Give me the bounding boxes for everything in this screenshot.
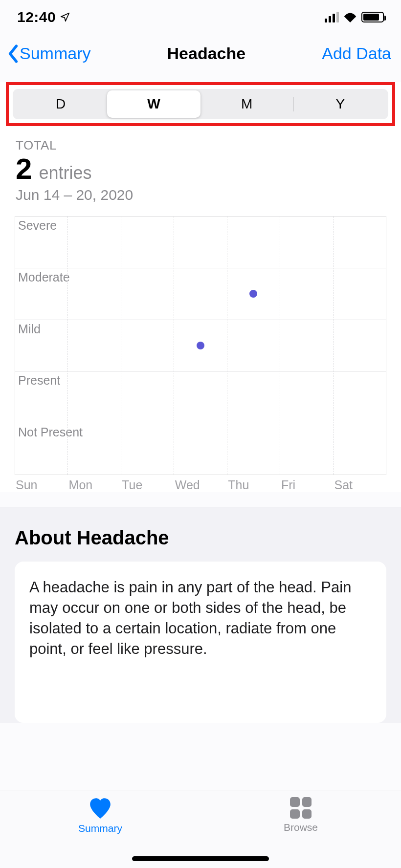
headache-chart[interactable]: SevereModerateMildPresentNot Present — [15, 216, 386, 475]
battery-icon — [361, 12, 384, 22]
chart-point[interactable] — [249, 290, 257, 298]
status-right — [325, 12, 384, 22]
tab-label: Summary — [78, 823, 122, 834]
status-bar: 12:40 — [0, 0, 401, 29]
chart-x-label: Thu — [227, 478, 280, 492]
back-label: Summary — [20, 44, 90, 63]
wifi-icon — [343, 12, 357, 22]
chart-x-label: Fri — [280, 478, 334, 492]
page-title: Headache — [167, 44, 246, 63]
total-count: 2 — [16, 152, 32, 186]
chart-col — [67, 217, 120, 475]
chart-col — [333, 217, 386, 475]
about-body: A headache is pain in any part of the he… — [29, 577, 372, 659]
status-left: 12:40 — [17, 9, 70, 25]
time-range-highlight: DWMY — [6, 82, 395, 126]
location-icon — [60, 12, 70, 22]
chart-x-axis: SunMonTueWedThuFriSat — [15, 478, 386, 492]
clock-time: 12:40 — [17, 9, 56, 25]
chart-x-label: Sat — [333, 478, 386, 492]
total-label: TOTAL — [16, 138, 385, 153]
time-range-segmented-control[interactable]: DWMY — [13, 89, 388, 119]
segment-w[interactable]: W — [107, 90, 200, 118]
chart-point[interactable] — [197, 342, 204, 349]
about-section: About Headache A headache is pain in any… — [0, 507, 401, 723]
chart-x-label: Sun — [15, 478, 68, 492]
about-card[interactable]: A headache is pain in any part of the he… — [15, 562, 386, 723]
chart-col — [227, 217, 280, 475]
date-range: Jun 14 – 20, 2020 — [16, 187, 385, 203]
home-indicator — [132, 856, 269, 861]
about-heading: About Headache — [15, 527, 386, 549]
chart-x-label: Wed — [174, 478, 227, 492]
chart-x-label: Mon — [68, 478, 121, 492]
heart-icon — [88, 797, 112, 820]
tab-label: Browse — [284, 822, 318, 833]
add-data-button[interactable]: Add Data — [322, 44, 391, 63]
chart-col — [280, 217, 333, 475]
total-unit: entries — [39, 163, 91, 183]
nav-bar: Summary Headache Add Data — [0, 29, 401, 75]
segment-m[interactable]: M — [200, 90, 293, 118]
segment-y[interactable]: Y — [294, 90, 387, 118]
back-button[interactable]: Summary — [7, 44, 90, 63]
content: DWMY TOTAL 2 entries Jun 14 – 20, 2020 S… — [0, 82, 401, 492]
segment-d[interactable]: D — [14, 90, 107, 118]
chart-col — [121, 217, 174, 475]
cellular-icon — [325, 12, 339, 22]
chart-col — [15, 217, 67, 475]
chart-x-label: Tue — [121, 478, 174, 492]
chevron-left-icon — [7, 44, 20, 63]
total-summary: TOTAL 2 entries Jun 14 – 20, 2020 — [0, 133, 401, 207]
grid-icon — [290, 797, 312, 819]
